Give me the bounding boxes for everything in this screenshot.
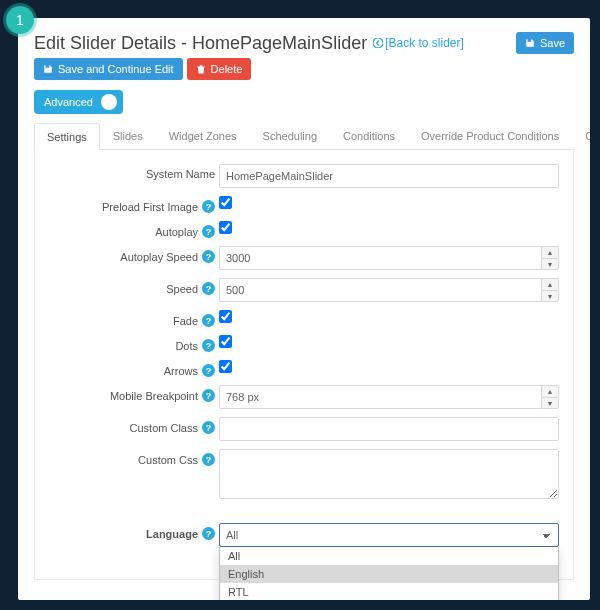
save-button-label: Save — [540, 37, 565, 49]
speed-input[interactable] — [219, 278, 541, 302]
header: Edit Slider Details - HomePageMainSlider… — [34, 32, 574, 80]
trash-icon — [196, 64, 206, 74]
autoplay-speed-up[interactable]: ▲ — [541, 246, 559, 258]
system-name-label: System Name — [49, 164, 219, 180]
fade-label: Fade? — [49, 310, 219, 327]
custom-css-input[interactable] — [219, 449, 559, 499]
arrows-label: Arrows? — [49, 360, 219, 377]
tab-settings[interactable]: Settings — [34, 123, 100, 150]
delete-button[interactable]: Delete — [187, 58, 252, 80]
language-option-rtl[interactable]: RTL — [220, 583, 558, 600]
language-dropdown-list: All English RTL — [219, 547, 559, 600]
tab-slides[interactable]: Slides — [100, 122, 156, 149]
back-arrow-icon — [373, 38, 383, 48]
tab-widget-zones[interactable]: Widget Zones — [156, 122, 250, 149]
main-panel: Edit Slider Details - HomePageMainSlider… — [18, 18, 590, 600]
dots-checkbox[interactable] — [219, 335, 232, 348]
save-button[interactable]: Save — [516, 32, 574, 54]
advanced-toggle-label: Advanced — [44, 96, 93, 108]
help-icon[interactable]: ? — [202, 200, 215, 213]
save-continue-button[interactable]: Save and Continue Edit — [34, 58, 183, 80]
help-icon[interactable]: ? — [202, 421, 215, 434]
toggle-switch-icon — [101, 94, 117, 110]
tab-override-customer[interactable]: Override Customer Conditions — [572, 122, 590, 149]
tab-bar: Settings Slides Widget Zones Scheduling … — [34, 122, 574, 150]
page-title: Edit Slider Details - HomePageMainSlider — [34, 33, 367, 54]
language-select[interactable]: All — [219, 523, 559, 547]
fade-checkbox[interactable] — [219, 310, 232, 323]
help-icon[interactable]: ? — [202, 314, 215, 327]
preload-label: Preload First Image? — [49, 196, 219, 213]
advanced-toggle[interactable]: Advanced — [34, 90, 123, 114]
help-icon[interactable]: ? — [202, 527, 215, 540]
delete-button-label: Delete — [211, 63, 243, 75]
help-icon[interactable]: ? — [202, 250, 215, 263]
save-continue-button-label: Save and Continue Edit — [58, 63, 174, 75]
arrows-checkbox[interactable] — [219, 360, 232, 373]
dots-label: Dots? — [49, 335, 219, 352]
system-name-input[interactable] — [219, 164, 559, 188]
back-to-slider-link[interactable]: [Back to slider] — [373, 36, 464, 50]
language-label: Language? — [49, 523, 219, 540]
autoplay-speed-label: Autoplay Speed? — [49, 246, 219, 263]
speed-down[interactable]: ▼ — [541, 290, 559, 302]
help-icon[interactable]: ? — [202, 225, 215, 238]
preload-checkbox[interactable] — [219, 196, 232, 209]
back-link-text: [Back to slider] — [385, 36, 464, 50]
step-badge: 1 — [6, 6, 34, 34]
language-option-english[interactable]: English — [220, 565, 558, 583]
language-option-all[interactable]: All — [220, 547, 558, 565]
help-icon[interactable]: ? — [202, 282, 215, 295]
help-icon[interactable]: ? — [202, 389, 215, 402]
tab-conditions[interactable]: Conditions — [330, 122, 408, 149]
tab-scheduling[interactable]: Scheduling — [250, 122, 330, 149]
custom-class-input[interactable] — [219, 417, 559, 441]
autoplay-speed-down[interactable]: ▼ — [541, 258, 559, 270]
custom-css-label: Custom Css? — [49, 449, 219, 466]
tab-settings-body: System Name Preload First Image? Autopla… — [34, 150, 574, 580]
tab-override-product[interactable]: Override Product Conditions — [408, 122, 572, 149]
speed-up[interactable]: ▲ — [541, 278, 559, 290]
mobile-breakpoint-label: Mobile Breakpoint? — [49, 385, 219, 402]
custom-class-label: Custom Class? — [49, 417, 219, 434]
autoplay-label: Autoplay? — [49, 221, 219, 238]
mobile-breakpoint-up[interactable]: ▲ — [541, 385, 559, 397]
autoplay-checkbox[interactable] — [219, 221, 232, 234]
mobile-breakpoint-down[interactable]: ▼ — [541, 397, 559, 409]
autoplay-speed-input[interactable] — [219, 246, 541, 270]
mobile-breakpoint-input[interactable] — [219, 385, 541, 409]
speed-label: Speed? — [49, 278, 219, 295]
help-icon[interactable]: ? — [202, 453, 215, 466]
help-icon[interactable]: ? — [202, 364, 215, 377]
save-icon — [525, 38, 535, 48]
save-icon — [43, 64, 53, 74]
help-icon[interactable]: ? — [202, 339, 215, 352]
